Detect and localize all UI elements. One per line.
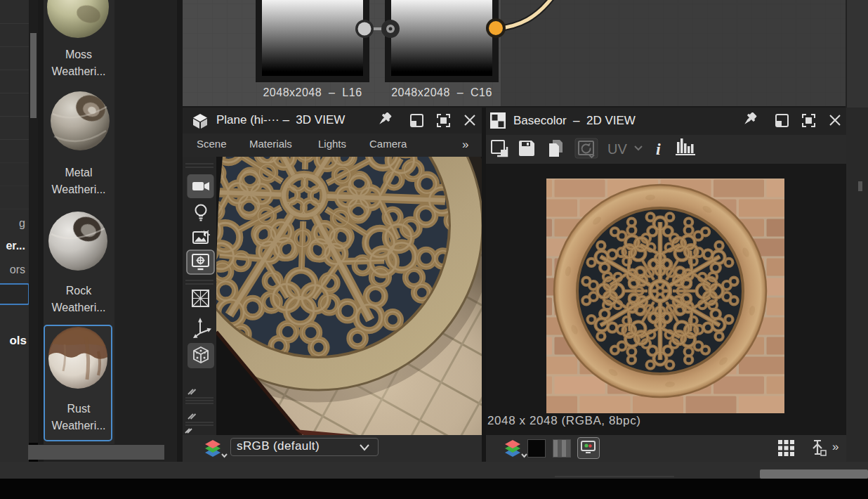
svg-text:UV: UV <box>607 141 627 157</box>
svg-text:i: i <box>656 140 661 158</box>
